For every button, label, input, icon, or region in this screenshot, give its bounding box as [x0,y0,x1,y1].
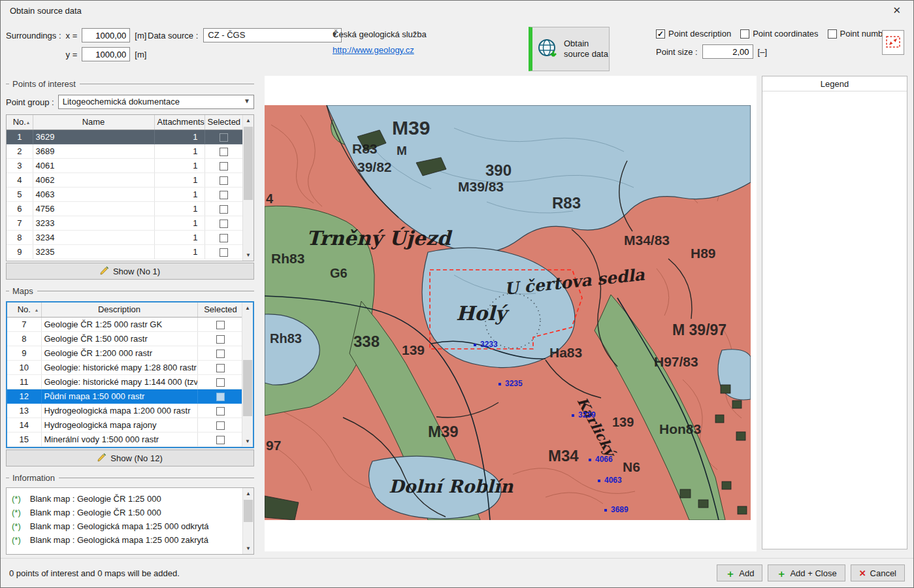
row-select-checkbox[interactable] [220,205,228,214]
row-select-checkbox[interactable] [216,321,225,329]
maps-table-scrollbar[interactable]: ▲ ▼ [242,302,253,447]
points-table-row[interactable]: 732331 [7,216,243,230]
data-source-label: Data source : [148,31,198,41]
toolbar-checkbox-point-description[interactable]: ✓Point description [656,29,731,39]
checkbox-unchecked-icon[interactable] [740,29,749,39]
add-close-button[interactable]: ＋ Add + Close [768,564,845,581]
row-select-checkbox[interactable] [216,407,225,416]
points-table-row[interactable]: 932351 [7,244,243,259]
toolbar-checkbox-point-coordinates[interactable]: Point coordinates [740,29,818,39]
info-item: (*)Blank map : Geologie ČR 1:50 000 [12,506,240,519]
points-table-row[interactable]: 832341 [7,230,243,244]
row-select-checkbox[interactable] [220,220,228,228]
data-source-dropdown[interactable]: CZ - ČGS ▼ [203,28,342,42]
cancel-button[interactable]: ✕ Cancel [851,564,905,581]
map-label: 97 [266,438,281,453]
scroll-down-icon[interactable]: ▼ [243,543,253,554]
close-icon[interactable]: ✕ [888,3,906,18]
scroll-down-icon[interactable]: ▼ [243,250,253,261]
maps-table-row[interactable]: 14Hydrogeologická mapa rajony [7,417,244,432]
row-select-checkbox[interactable] [216,421,225,430]
information-title: Information [12,473,55,483]
points-of-interest-header: Points of interest [6,79,254,89]
scrollbar-thumb[interactable] [244,500,253,522]
row-select-checkbox[interactable] [220,148,228,156]
point-size-input[interactable] [702,44,753,59]
map-label: Trněný Újezd [306,227,453,250]
points-col-name[interactable]: Name [33,115,154,129]
row-select-checkbox[interactable] [220,176,228,185]
obtain-source-data-button[interactable]: Obtain source data [529,27,610,71]
add-button[interactable]: ＋ Add [717,564,762,581]
scrollbar-thumb[interactable] [243,360,252,416]
maps-col-no[interactable]: No.▲ [7,302,41,317]
obtain-button-label: Obtain source data [564,39,609,59]
row-select-checkbox[interactable] [216,335,225,344]
surroundings-y-input[interactable] [82,47,130,61]
points-table-row[interactable]: 340611 [7,158,243,172]
row-select-checkbox[interactable] [216,350,225,358]
surroundings-x-input[interactable] [82,28,130,42]
points-table-row[interactable]: 136291 [7,129,243,144]
maps-table-row[interactable]: 10Geologie: historické mapy 1:28 800 ras… [7,360,244,374]
points-table-row[interactable]: 540631 [7,187,243,201]
points-table-header-row: No.▲ Name Attachments Selected [7,115,243,129]
point-group-dropdown[interactable]: Litogeochemická dokumentace ▼ [58,95,254,109]
points-table-row[interactable]: 647561 [7,201,243,216]
maps-table-row[interactable]: 12Půdní mapa 1:50 000 rastr [7,389,244,403]
info-text: Blank map : Geologická mapa 1:25 000 zak… [30,535,208,545]
points-table-scrollbar[interactable]: ▲ ▼ [242,115,253,261]
map-label: 390 [485,161,512,179]
maps-table-row[interactable]: 8Geologie ČR 1:50 000 rastr [7,331,244,346]
surroundings-label: Surroundings : [6,31,61,41]
maps-col-description[interactable]: Description [41,302,197,317]
row-select-checkbox[interactable] [220,234,228,242]
zoom-extent-button[interactable] [882,30,904,55]
scroll-up-icon[interactable]: ▲ [243,115,253,126]
points-table-row[interactable]: 236891 [7,144,243,158]
map-label: H89 [691,246,716,261]
toolbar: Surroundings : x = [m] y = [m] Data sour… [1,20,913,74]
points-col-no[interactable]: No.▲ [7,115,33,129]
point-label: 3239 [578,410,596,419]
maps-col-selected[interactable]: Selected [197,302,244,317]
point-marker [589,459,591,461]
maps-table-row[interactable]: 9Geologie ČR 1:200 000 rastr [7,346,244,360]
info-text: Blank map : Geologie ČR 1:50 000 [30,508,161,517]
row-select-checkbox[interactable] [216,378,225,387]
map-preview[interactable]: M39R83M39/82390M39/83R83Trněný ÚjezdM34/… [265,105,751,520]
content-area: Points of interest Point group : Litogeo… [1,74,913,558]
points-col-selected[interactable]: Selected [204,115,243,129]
maps-table-row[interactable]: 11Geologie: historické mapy 1:144 000 (t… [7,374,244,389]
checkbox-unchecked-icon[interactable] [828,29,837,39]
row-select-checkbox[interactable] [220,162,228,171]
point-marker [498,383,501,385]
x-label: x = [66,31,78,41]
row-select-checkbox[interactable] [220,133,228,142]
row-select-checkbox[interactable] [216,364,225,372]
points-col-attachments[interactable]: Attachments [154,115,204,129]
map-label: Ha83 [549,345,582,360]
maps-table-row[interactable]: 15Minerální vody 1:500 000 rastr [7,432,244,446]
provider-name: Česká geologická služba [333,29,427,39]
checkbox-checked-icon[interactable]: ✓ [656,29,665,39]
sort-asc-icon: ▲ [26,120,31,125]
map-label: Hon83 [659,421,701,436]
scroll-down-icon[interactable]: ▼ [242,436,253,447]
information-scrollbar[interactable]: ▲ ▼ [242,488,253,554]
scroll-up-icon[interactable]: ▲ [243,488,253,499]
row-select-checkbox[interactable] [216,393,225,401]
scrollbar-thumb[interactable] [244,127,253,200]
points-table-row[interactable]: 440621 [7,172,243,187]
show-map-button[interactable]: Show (No 12) [6,449,254,466]
row-select-checkbox[interactable] [220,191,228,199]
maps-table-row[interactable]: 7Geologie ČR 1:25 000 rastr GK [7,317,244,331]
maps-table-row[interactable]: 13Hydrogeologická mapa 1:200 000 rastr [7,403,244,417]
row-select-checkbox[interactable] [216,436,225,444]
show-point-button[interactable]: Show (No 1) [6,263,254,280]
scroll-up-icon[interactable]: ▲ [242,302,253,314]
toolbar-checkbox-point-number[interactable]: Point number [828,29,890,39]
provider-link[interactable]: http://www.geology.cz [333,45,414,55]
row-select-checkbox[interactable] [220,248,228,257]
point-label: 3689 [611,505,628,514]
